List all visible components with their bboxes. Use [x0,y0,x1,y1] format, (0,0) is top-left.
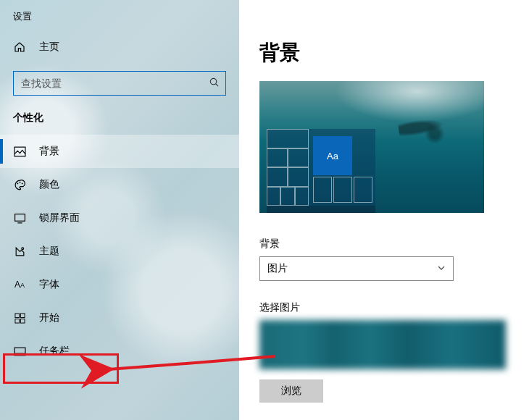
nav-list: 背景 颜色 锁屏界面 主题 [0,135,239,368]
svg-rect-13 [14,348,25,356]
font-icon: AA [13,280,26,289]
section-header: 个性化 [0,109,239,135]
sidebar-item-themes[interactable]: 主题 [0,235,239,268]
palette-icon [13,179,26,191]
home-link[interactable]: 主页 [0,33,239,61]
nav-label: 颜色 [39,178,59,191]
nav-label: 背景 [39,145,59,158]
preview-start-panel: Aa [267,129,375,206]
nav-label: 开始 [39,311,59,324]
browse-button[interactable]: 浏览 [259,379,323,403]
search-container [0,71,239,109]
picture-icon [13,146,26,158]
preview-sample-tile: Aa [313,136,352,175]
start-icon [13,313,26,324]
sidebar-item-background[interactable]: 背景 [0,135,239,168]
chevron-down-icon [437,263,446,274]
svg-point-0 [210,78,216,84]
home-icon [13,41,26,53]
app-title: 设置 [0,6,239,33]
nav-label: 锁屏界面 [39,211,80,224]
svg-rect-12 [20,319,25,323]
preview-wallpaper-subject [398,114,451,139]
desktop-preview: Aa [259,81,484,213]
page-title: 背景 [259,39,507,67]
svg-point-5 [21,182,22,184]
sidebar-item-colors[interactable]: 颜色 [0,168,239,201]
svg-rect-9 [14,313,19,317]
theme-icon [13,245,26,258]
nav-label: 主题 [39,245,59,258]
svg-line-1 [216,84,218,86]
sidebar-item-taskbar[interactable]: 任务栏 [0,335,239,368]
background-type-dropdown[interactable]: 图片 [259,256,454,281]
nav-label: 任务栏 [39,345,70,358]
search-input[interactable] [21,77,209,89]
background-field-label: 背景 [259,238,507,251]
svg-rect-6 [14,214,25,221]
sidebar-item-lockscreen[interactable]: 锁屏界面 [0,201,239,235]
preview-taskbar [267,206,375,213]
svg-rect-10 [20,313,25,317]
svg-rect-11 [14,319,19,323]
choose-picture-label: 选择图片 [259,301,507,314]
picture-thumbnails[interactable] [259,320,506,369]
sidebar-item-fonts[interactable]: AA 字体 [0,268,239,301]
sidebar-item-start[interactable]: 开始 [0,301,239,335]
taskbar-icon [13,345,26,358]
dropdown-value: 图片 [267,262,288,275]
svg-point-3 [17,182,18,184]
search-icon [209,77,220,90]
svg-point-8 [21,247,23,249]
settings-window: 设置 主页 个性化 背景 [0,0,529,420]
sidebar: 设置 主页 个性化 背景 [0,0,239,420]
lockscreen-icon [13,212,26,224]
home-label: 主页 [39,41,59,54]
nav-label: 字体 [39,278,59,291]
search-box[interactable] [13,71,226,96]
main-content: 背景 Aa 背景 图片 选择图片 浏览 [239,0,529,420]
svg-point-4 [19,181,20,182]
